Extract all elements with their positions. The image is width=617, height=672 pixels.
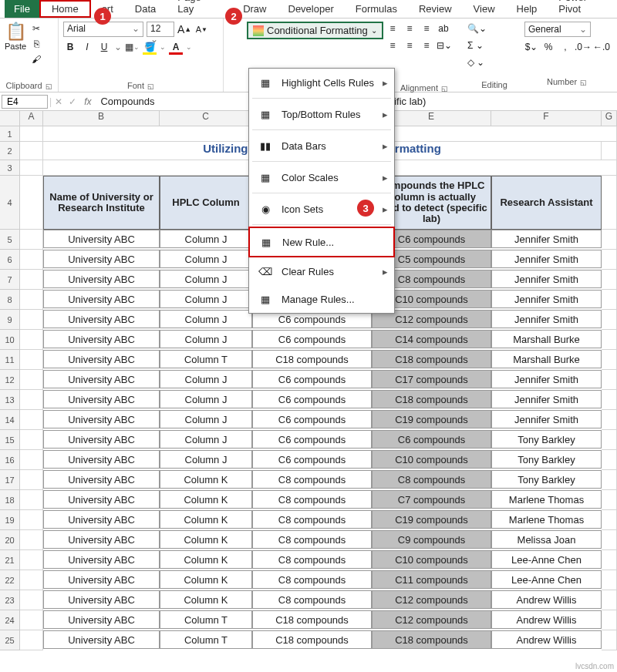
cell-compounds-e[interactable]: C19 compounds: [372, 410, 491, 428]
row-header[interactable]: 23: [0, 590, 20, 610]
cell-assistant[interactable]: Marlene Thomas: [491, 490, 602, 509]
row-header[interactable]: 6: [0, 250, 20, 270]
cell-university[interactable]: University ABC: [43, 610, 160, 629]
cell-column[interactable]: Column T: [160, 630, 252, 649]
tab-file[interactable]: File: [5, 0, 39, 18]
row-header[interactable]: 20: [0, 530, 20, 550]
cell-assistant[interactable]: Andrew Willis: [491, 610, 602, 629]
row-header[interactable]: 24: [0, 610, 20, 630]
cell-column[interactable]: Column K: [160, 530, 252, 549]
cell-university[interactable]: University ABC: [43, 390, 160, 408]
cell-compounds-e[interactable]: C9 compounds: [372, 530, 491, 549]
tab-power-pivot[interactable]: Power Pivot: [548, 0, 617, 18]
cell-compounds-e[interactable]: C19 compounds: [372, 510, 491, 529]
row-header[interactable]: 2: [0, 142, 20, 160]
cell-compounds-d[interactable]: C6 compounds: [252, 410, 372, 428]
cell-assistant[interactable]: Marshall Burke: [491, 330, 602, 348]
cell-compounds-d[interactable]: C8 compounds: [252, 550, 372, 569]
cell-compounds-d[interactable]: C8 compounds: [252, 490, 372, 509]
cell-compounds-d[interactable]: C6 compounds: [252, 430, 372, 449]
cell-compounds-d[interactable]: C18 compounds: [252, 610, 372, 629]
cell-university[interactable]: University ABC: [43, 410, 160, 428]
cell-assistant[interactable]: Jennifer Smith: [491, 390, 602, 408]
decrease-decimal-button[interactable]: ←.0: [594, 40, 609, 54]
name-box[interactable]: [2, 95, 48, 109]
menu-icon-sets[interactable]: ◉Icon Sets 3: [249, 195, 394, 223]
percent-button[interactable]: %: [541, 40, 555, 54]
menu-new-rule[interactable]: ▦New Rule...: [248, 227, 395, 257]
row-header[interactable]: 22: [0, 570, 20, 590]
conditional-formatting-button[interactable]: Conditional Formatting ⌄: [247, 22, 383, 39]
cell-column[interactable]: Column T: [160, 350, 252, 368]
row-header[interactable]: 8: [0, 290, 20, 310]
number-format-combo[interactable]: General⌄: [524, 22, 591, 37]
cell-compounds-e[interactable]: C6 compounds: [372, 430, 491, 449]
cell-column[interactable]: Column J: [160, 390, 252, 408]
row-header[interactable]: 18: [0, 490, 20, 510]
tab-review[interactable]: Review: [408, 0, 463, 18]
tab-data[interactable]: Data: [124, 0, 167, 18]
align-middle-button[interactable]: ≡: [403, 22, 416, 35]
cell-column[interactable]: Column T: [160, 610, 252, 629]
cell-column[interactable]: Column J: [160, 410, 252, 428]
cell-university[interactable]: University ABC: [43, 290, 160, 308]
cell-university[interactable]: University ABC: [43, 570, 160, 589]
copy-button[interactable]: ⎘: [29, 37, 43, 51]
cell-column[interactable]: Column J: [160, 330, 252, 348]
cell-assistant[interactable]: Jennifer Smith: [491, 250, 602, 268]
cell-university[interactable]: University ABC: [43, 590, 160, 609]
cancel-formula-button[interactable]: ✕: [52, 95, 66, 109]
cell-compounds-e[interactable]: C7 compounds: [372, 490, 491, 509]
font-size-combo[interactable]: 12 ⌄: [147, 22, 174, 37]
tab-developer[interactable]: Developer: [278, 0, 345, 18]
cell-university[interactable]: University ABC: [43, 630, 160, 649]
cell-column[interactable]: Column K: [160, 470, 252, 489]
decrease-font-button[interactable]: A▼: [194, 22, 208, 36]
cell-compounds-e[interactable]: C18 compounds: [372, 390, 491, 408]
cell-university[interactable]: University ABC: [43, 470, 160, 489]
cell-assistant[interactable]: Marlene Thomas: [491, 510, 602, 529]
menu-data-bars[interactable]: ▮▮Data Bars: [249, 132, 394, 160]
tab-formulas[interactable]: Formulas: [345, 0, 408, 18]
clear-button[interactable]: ◇ ⌄: [467, 55, 521, 69]
borders-button[interactable]: ▦⌄: [125, 40, 140, 54]
col-G[interactable]: G: [602, 111, 617, 126]
cell-column[interactable]: Column K: [160, 490, 252, 509]
italic-button[interactable]: I: [80, 40, 94, 54]
cell-compounds-e[interactable]: C11 compounds: [372, 570, 491, 589]
cell-compounds-e[interactable]: C14 compounds: [372, 330, 491, 348]
col-F[interactable]: F: [491, 111, 602, 126]
align-left-button[interactable]: ≡: [386, 39, 400, 52]
row-header[interactable]: 16: [0, 450, 20, 470]
cell-column[interactable]: Column J: [160, 230, 252, 248]
cell-university[interactable]: University ABC: [43, 450, 160, 469]
cell-compounds-d[interactable]: C8 compounds: [252, 570, 372, 589]
row-header[interactable]: 25: [0, 630, 20, 650]
cell-compounds-e[interactable]: C17 compounds: [372, 370, 491, 388]
cell-assistant[interactable]: Tony Barkley: [491, 450, 602, 469]
cell-compounds-e[interactable]: C18 compounds: [372, 350, 491, 368]
col-B[interactable]: B: [43, 111, 160, 126]
cell-assistant[interactable]: Melissa Joan: [491, 530, 602, 549]
cell-assistant[interactable]: Jennifer Smith: [491, 230, 602, 248]
clipboard-launcher-icon[interactable]: ◱: [46, 82, 52, 90]
row-header[interactable]: 1: [0, 126, 20, 142]
increase-font-button[interactable]: A▲: [177, 22, 191, 36]
align-right-button[interactable]: ≡: [420, 39, 433, 52]
number-launcher-icon[interactable]: ◱: [580, 79, 587, 86]
cell-university[interactable]: University ABC: [43, 250, 160, 268]
menu-color-scales[interactable]: ▦Color Scales: [249, 163, 394, 191]
cell-assistant[interactable]: Lee-Anne Chen: [491, 550, 602, 569]
cell-assistant[interactable]: Andrew Willis: [491, 590, 602, 609]
cell-assistant[interactable]: Marshall Burke: [491, 350, 602, 368]
row-header[interactable]: 3: [0, 160, 20, 176]
row-header[interactable]: 4: [0, 176, 20, 230]
cell-assistant[interactable]: Lee-Anne Chen: [491, 570, 602, 589]
comma-button[interactable]: ,: [558, 40, 572, 54]
cell-university[interactable]: University ABC: [43, 550, 160, 569]
tab-view[interactable]: View: [463, 0, 506, 18]
cell-compounds-d[interactable]: C8 compounds: [252, 530, 372, 549]
cell-assistant[interactable]: Tony Barkley: [491, 470, 602, 489]
align-top-button[interactable]: ≡: [386, 22, 400, 35]
underline-button[interactable]: U: [97, 40, 111, 54]
